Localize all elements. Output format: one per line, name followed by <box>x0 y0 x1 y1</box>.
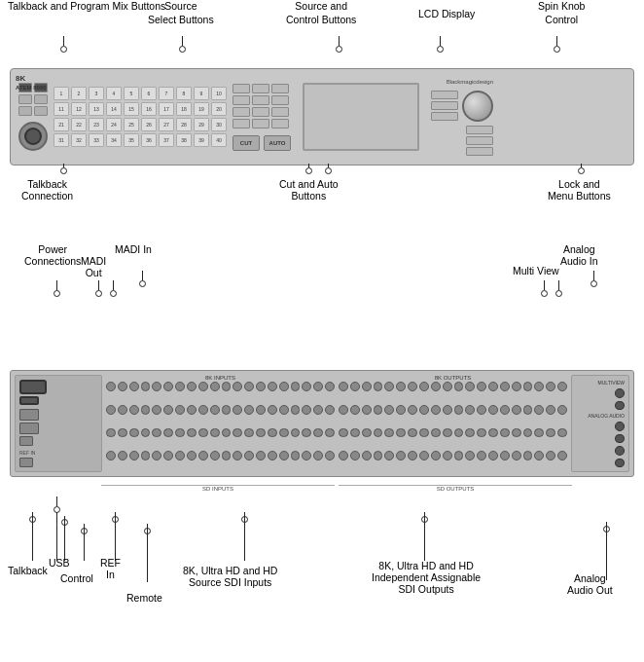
mid-btn-11[interactable] <box>252 119 269 129</box>
bnc-31 <box>222 405 232 415</box>
btn-12[interactable]: 12 <box>71 102 87 116</box>
spin-knob-control[interactable] <box>462 91 493 122</box>
mid-btn-7[interactable] <box>233 107 250 117</box>
btn-17[interactable]: 17 <box>159 102 174 116</box>
btn-prog-2[interactable] <box>34 94 48 104</box>
right-btn-1[interactable] <box>431 91 458 99</box>
out-bnc-38 <box>534 405 544 415</box>
btn-36[interactable]: 36 <box>141 133 157 147</box>
mid-btn-9[interactable] <box>271 107 289 117</box>
lcd-display <box>303 83 419 151</box>
btn-22[interactable]: 22 <box>71 118 87 131</box>
out-bnc-40 <box>557 405 567 415</box>
right-btn-2[interactable] <box>431 101 458 110</box>
mid-btn-8[interactable] <box>252 107 269 117</box>
btn-40[interactable]: 40 <box>211 133 227 147</box>
label-refin-bottom: REFIn <box>100 557 121 580</box>
bnc-30 <box>210 405 220 415</box>
mid-btn-10[interactable] <box>233 119 250 129</box>
sdi-inputs-grid <box>106 382 335 472</box>
bnc-47 <box>175 428 185 438</box>
btn-30[interactable]: 30 <box>211 118 227 131</box>
btn-11[interactable]: 11 <box>54 102 69 116</box>
auto-button[interactable]: AUTO <box>264 135 291 151</box>
out-bnc-74 <box>488 451 498 460</box>
btn-8[interactable]: 8 <box>176 87 192 100</box>
out-bnc-31 <box>454 405 464 415</box>
mid-btn-4[interactable] <box>233 95 250 105</box>
btn-prog-3[interactable] <box>18 106 32 116</box>
btn-25[interactable]: 25 <box>124 118 139 131</box>
mid-btn-6[interactable] <box>271 95 289 105</box>
out-bnc-79 <box>546 451 555 460</box>
out-bnc-3 <box>362 382 372 391</box>
out-bnc-17 <box>523 382 533 391</box>
line-sdi-outputs-bottom <box>424 512 425 561</box>
btn-20[interactable]: 20 <box>211 102 227 116</box>
btn-prog-1[interactable] <box>18 94 32 104</box>
btn-6[interactable]: 6 <box>141 87 157 100</box>
line-sdi-inputs-bottom <box>244 512 245 561</box>
btn-14[interactable]: 14 <box>106 102 122 116</box>
btn-3[interactable]: 3 <box>89 87 104 100</box>
out-bnc-11 <box>454 382 464 391</box>
bnc-41 <box>106 428 116 438</box>
out-bnc-43 <box>362 428 372 438</box>
btn-28[interactable]: 28 <box>176 118 192 131</box>
bnc-42 <box>118 428 127 438</box>
mid-btn-5[interactable] <box>252 95 269 105</box>
btn-33[interactable]: 33 <box>89 133 104 147</box>
btn-24[interactable]: 24 <box>106 118 122 131</box>
btn-16[interactable]: 16 <box>141 102 157 116</box>
dot-lcd <box>437 46 444 53</box>
bnc-59 <box>313 428 323 438</box>
btn-26[interactable]: 26 <box>141 118 157 131</box>
diagram: Talkback and Program Mix Buttons SourceS… <box>0 0 644 662</box>
menu-btn[interactable] <box>466 136 493 145</box>
bnc-18 <box>302 382 311 391</box>
bnc-71 <box>222 451 232 460</box>
btn-21[interactable]: 21 <box>54 118 69 131</box>
mid-btn-3[interactable] <box>271 84 289 93</box>
bnc-26 <box>163 405 173 415</box>
label-madi-in: MADI In <box>115 243 152 255</box>
btn-19[interactable]: 19 <box>194 102 209 116</box>
analog-jack-3 <box>615 446 625 456</box>
extra-btn[interactable] <box>466 147 493 156</box>
btn-13[interactable]: 13 <box>89 102 104 116</box>
mid-btn-2[interactable] <box>252 84 269 93</box>
btn-34[interactable]: 34 <box>106 133 122 147</box>
lock-btn[interactable] <box>466 126 493 134</box>
btn-4[interactable]: 4 <box>106 87 122 100</box>
btn-15[interactable]: 15 <box>124 102 139 116</box>
mid-btn-12[interactable] <box>271 119 289 129</box>
btn-prog-4[interactable] <box>34 106 48 116</box>
btn-1[interactable]: 1 <box>54 87 69 100</box>
out-bnc-22 <box>350 405 360 415</box>
btn-31[interactable]: 31 <box>54 133 69 147</box>
btn-5[interactable]: 5 <box>124 87 139 100</box>
mid-btn-1[interactable] <box>233 84 250 93</box>
btn-27[interactable]: 27 <box>159 118 174 131</box>
btn-7[interactable]: 7 <box>159 87 174 100</box>
btn-39[interactable]: 39 <box>194 133 209 147</box>
out-bnc-34 <box>488 405 498 415</box>
btn-9[interactable]: 9 <box>194 87 209 100</box>
btn-18[interactable]: 18 <box>176 102 192 116</box>
btn-37[interactable]: 37 <box>159 133 174 147</box>
btn-32[interactable]: 32 <box>71 133 87 147</box>
out-bnc-78 <box>534 451 544 460</box>
push-button[interactable] <box>18 122 48 151</box>
line-auto-bottom <box>328 164 329 167</box>
btn-2[interactable]: 2 <box>71 87 87 100</box>
btn-35[interactable]: 35 <box>124 133 139 147</box>
out-bnc-58 <box>534 428 544 438</box>
bnc-79 <box>313 451 323 460</box>
btn-29[interactable]: 29 <box>194 118 209 131</box>
brand-label: Blackmagicdesign <box>447 79 493 85</box>
btn-23[interactable]: 23 <box>89 118 104 131</box>
btn-38[interactable]: 38 <box>176 133 192 147</box>
btn-10[interactable]: 10 <box>211 87 227 100</box>
right-btn-3[interactable] <box>431 112 458 121</box>
cut-button[interactable]: CUT <box>233 135 260 151</box>
